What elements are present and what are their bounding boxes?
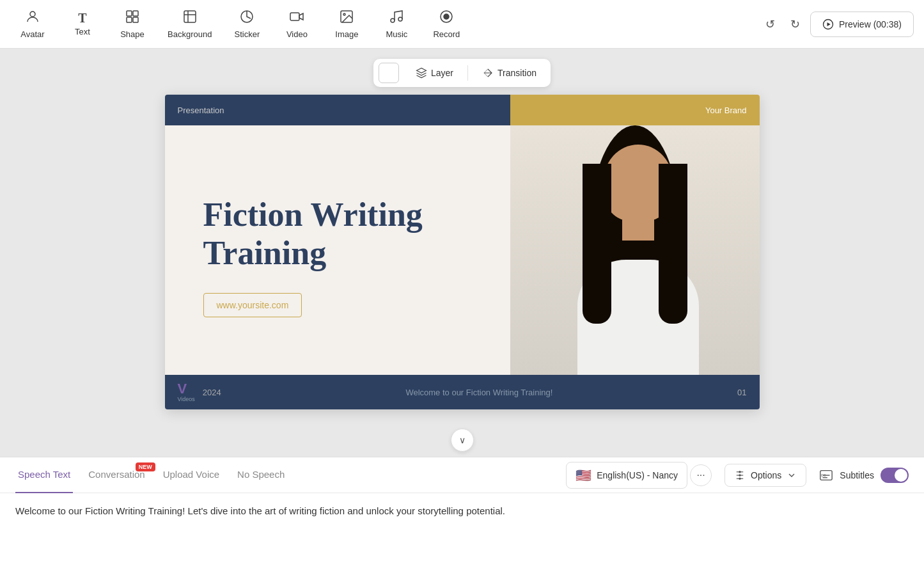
divider [467,65,468,81]
undo-button[interactable]: ↺ [760,12,780,36]
new-badge: NEW [136,462,155,471]
slide-year: 2024 [203,388,221,397]
slide-brand-label: Your Brand [705,106,747,115]
transition-label: Transition [497,68,536,78]
subtitles-toggle[interactable] [881,468,909,483]
toolbar-shape-label: Shape [120,29,145,39]
transition-button[interactable]: Transition [473,63,545,83]
svg-rect-3 [127,17,132,22]
tab-speech-text-label: Speech Text [18,469,70,480]
slide-title: Fiction Writing Training [203,196,485,273]
play-icon [822,19,834,30]
bottom-tabs: Speech Text Conversation NEW Upload Voic… [0,457,924,493]
slide-header-right: Your Brand [510,95,760,125]
canvas-area: Layer Transition Presentation Your Brand [0,49,924,457]
chevron-down-icon [787,470,797,480]
options-button[interactable]: Options [724,464,806,487]
toolbar-item-music[interactable]: Music [374,4,419,44]
slide-num: 01 [737,388,746,397]
video-icon [289,9,304,27]
toolbar-text-label: Text [75,27,90,36]
speech-textarea[interactable] [15,503,909,548]
tab-no-speech-label: No Speech [237,469,285,480]
layer-button[interactable]: Layer [407,63,462,83]
slide-footer: V Videos 2024 Welcome to our Fiction Wri… [165,375,760,409]
toolbar-item-sticker[interactable]: Sticker [224,4,269,44]
canvas-controls: Layer Transition [373,59,551,87]
tab-upload-voice-label: Upload Voice [163,469,219,480]
toolbar-item-image[interactable]: Image [324,4,369,44]
slide-header-left: Presentation [165,95,510,125]
speech-text-area [0,493,924,561]
toolbar-sticker-label: Sticker [235,29,260,39]
toolbar-background-label: Background [168,29,212,39]
background-icon [182,9,198,27]
svg-text:CC: CC [821,473,826,477]
toolbar-item-background[interactable]: Background [160,4,219,44]
record-icon [439,9,454,27]
slide-logo: V Videos [178,382,195,402]
voice-more-button[interactable]: ··· [690,464,712,486]
svg-rect-2 [133,11,138,16]
svg-rect-1 [127,11,132,16]
svg-point-0 [30,12,35,17]
voice-name: English(US) - Nancy [597,470,678,480]
toolbar-avatar-label: Avatar [20,29,44,39]
toolbar-video-label: Video [286,29,308,39]
logo-v-icon: V [178,382,187,396]
layer-icon [416,67,427,79]
toolbar-item-video[interactable]: Video [274,4,319,44]
tab-upload-voice[interactable]: Upload Voice [161,457,222,493]
svg-rect-4 [133,17,138,22]
preview-button[interactable]: Preview (00:38) [810,12,914,37]
text-icon: T [78,12,86,24]
color-swatch[interactable] [379,63,399,83]
flag-icon: 🇺🇸 [576,468,591,483]
toolbar-item-record[interactable]: Record [424,4,469,44]
sticker-icon [239,9,254,27]
tab-conversation[interactable]: Conversation NEW [86,457,147,493]
svg-point-13 [444,14,449,19]
redo-button[interactable]: ↻ [785,12,805,36]
avatar-placeholder [510,125,760,375]
chevron-down-icon: ∨ [459,435,466,445]
preview-label: Preview (00:38) [839,19,902,29]
tab-no-speech[interactable]: No Speech [235,457,287,493]
slide-url: www.yoursite.com [203,293,302,317]
tab-speech-text[interactable]: Speech Text [15,457,73,493]
options-label: Options [751,470,781,480]
svg-rect-5 [184,11,196,22]
bottom-panel: Speech Text Conversation NEW Upload Voic… [0,457,924,561]
svg-marker-15 [827,22,830,26]
subtitles-row: CC Subtitles [819,468,909,483]
toolbar-music-label: Music [386,29,407,39]
toggle-knob [895,469,907,482]
svg-rect-7 [290,13,299,20]
shape-icon [125,9,140,27]
subtitles-icon: CC [819,468,833,482]
options-icon [734,470,746,481]
subtitles-label: Subtitles [840,470,874,480]
toolbar-item-shape[interactable]: Shape [110,4,155,44]
svg-point-10 [391,19,395,22]
svg-point-9 [343,13,345,15]
toolbar: Avatar T Text Shape Background [0,0,924,49]
toolbar-image-label: Image [335,29,358,39]
slide-header: Presentation Your Brand [165,95,760,125]
voice-selector[interactable]: 🇺🇸 English(US) - Nancy [566,462,687,489]
toolbar-item-avatar[interactable]: Avatar [10,4,55,44]
layer-label: Layer [431,68,453,78]
collapse-button[interactable]: ∨ [451,429,474,452]
toolbar-item-text[interactable]: T Text [60,6,105,42]
slide-body: Fiction Writing Training www.yoursite.co… [165,125,760,375]
music-icon [389,9,404,27]
slide: Presentation Your Brand Fiction Writing … [165,95,760,409]
transition-icon [482,67,494,79]
slide-content-right [510,125,760,375]
slide-content-left: Fiction Writing Training www.yoursite.co… [165,125,510,375]
image-icon [339,9,354,27]
toolbar-record-label: Record [433,29,460,39]
avatar-icon [25,9,40,27]
svg-point-11 [398,17,402,21]
toolbar-actions: ↺ ↻ Preview (00:38) [760,12,914,37]
